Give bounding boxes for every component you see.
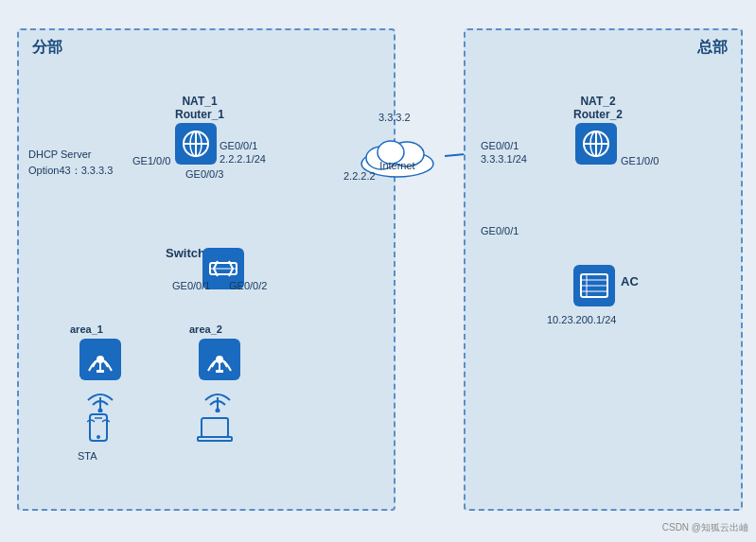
router2-icon (575, 123, 617, 165)
ge0-0-1-r2-ip: 3.3.3.1/24 (481, 153, 527, 165)
ap1-signal-svg (83, 384, 117, 412)
ap2-label: area_2 (189, 323, 222, 335)
nat1-label-top: NAT_1 (175, 95, 224, 108)
svg-text:Internet: Internet (379, 160, 414, 171)
ge0-0-1-r2-below: GE0/0/1 (481, 225, 519, 236)
svg-rect-35 (216, 370, 223, 373)
router-symbol (181, 129, 211, 159)
ac-symbol (579, 271, 609, 301)
branch-label: 分部 (32, 38, 62, 58)
ac-ip-label: 10.23.200.1/24 (547, 314, 616, 325)
svg-point-36 (216, 409, 220, 413)
ge0-0-1-r1: GE0/0/1 (220, 140, 257, 151)
ap1-symbol (85, 344, 115, 375)
svg-rect-37 (202, 418, 228, 437)
nat1-labels: NAT_1 Router_1 (175, 95, 224, 121)
router2-symbol (581, 129, 611, 159)
sta-label: STA (78, 450, 97, 462)
ge1-0-0-r2: GE1/0/0 (621, 155, 659, 166)
ge1-0-0-left: GE1/0/0 (132, 155, 170, 166)
svg-point-31 (97, 435, 100, 439)
ge0-0-1-r2: GE0/0/1 (481, 140, 519, 151)
ap2-signal (201, 384, 235, 416)
laptop-icon (194, 416, 236, 452)
ap2-icon (199, 339, 240, 380)
ge0-0-3: GE0/0/3 (185, 168, 223, 180)
ge0-0-1-r1-ip: 2.2.2.1/24 (220, 153, 266, 165)
ap2-symbol (204, 344, 235, 375)
router1-icon (175, 123, 217, 165)
sta-svg (87, 412, 110, 446)
ap1-signal (83, 384, 117, 416)
svg-rect-28 (97, 370, 104, 373)
nat2-label-bot: Router_2 (573, 108, 623, 121)
laptop-svg (194, 416, 236, 448)
nat2-label-top: NAT_2 (573, 95, 623, 108)
canvas: 分部 总部 DHCP Server Option43：3.3.3.3 NAT_1… (0, 0, 756, 542)
switch-label: Switch (166, 246, 205, 260)
ac-label: AC (621, 274, 639, 288)
ac-icon (573, 265, 615, 306)
sw-ge0-0-1: GE0/0/1 (172, 280, 210, 291)
ap2-signal-svg (201, 384, 235, 412)
svg-rect-38 (198, 437, 232, 441)
watermark: CSDN @知狐云出岫 (662, 521, 748, 534)
internet-ip-bot: 2.2.2.2 (343, 170, 376, 182)
hq-label: 总部 (697, 38, 728, 58)
ap1-label: area_1 (70, 323, 103, 335)
sw-ge0-0-2: GE0/0/2 (229, 280, 267, 291)
ap1-icon (79, 339, 121, 380)
nat1-label-bot: Router_1 (175, 108, 224, 121)
sta-icon (87, 412, 110, 450)
nat2-labels: NAT_2 Router_2 (573, 95, 623, 121)
dhcp-label: DHCP Server Option43：3.3.3.3 (28, 147, 113, 178)
internet-ip-top: 3.3.3.2 (378, 112, 411, 123)
